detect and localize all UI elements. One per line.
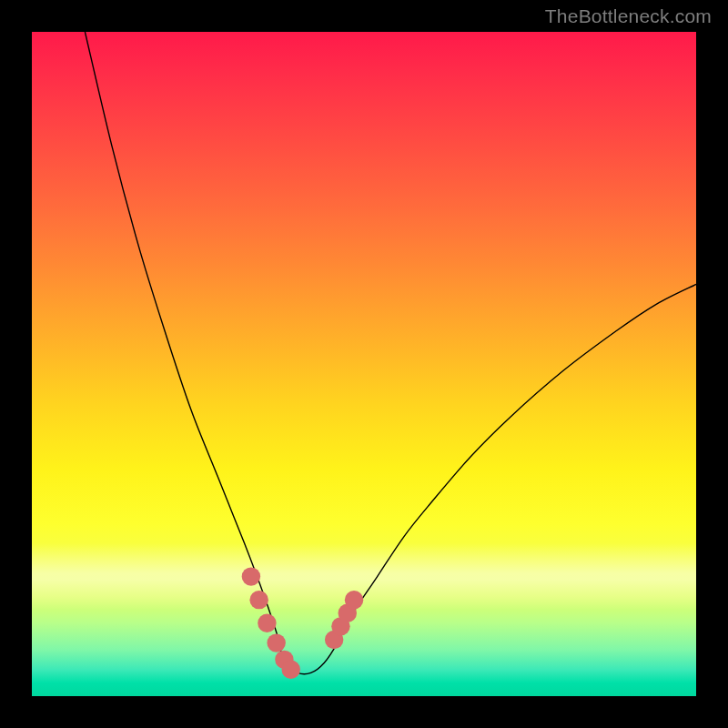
chart-frame: TheBottleneck.com xyxy=(0,0,728,728)
curve-layer xyxy=(32,32,696,696)
plot-area xyxy=(32,32,696,696)
bottleneck-curve xyxy=(85,32,696,674)
highlight-dot xyxy=(345,591,363,609)
highlight-dot xyxy=(242,567,260,585)
highlight-dot xyxy=(267,633,285,652)
highlight-dot xyxy=(249,591,268,609)
highlight-dots-left xyxy=(242,567,300,679)
highlight-dots-right xyxy=(325,591,363,649)
highlight-dot xyxy=(281,661,299,679)
watermark-text: TheBottleneck.com xyxy=(545,5,712,27)
highlight-dot xyxy=(258,613,276,632)
bottleneck-curve-path xyxy=(85,32,696,674)
